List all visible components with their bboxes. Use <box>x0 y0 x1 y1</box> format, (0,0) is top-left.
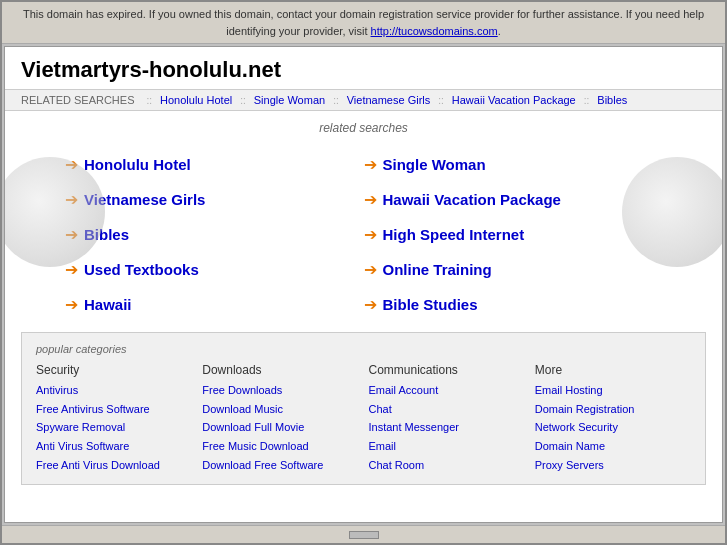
arrow-icon: ➔ <box>364 225 377 244</box>
search-item: ➔ Bibles <box>65 217 364 252</box>
main-content: related searches ➔ Honolulu Hotel ➔ Viet… <box>5 111 722 505</box>
pop-col-downloads: Downloads Free Downloads Download Music … <box>202 363 358 474</box>
search-item: ➔ Bible Studies <box>364 287 663 322</box>
pop-link-chat[interactable]: Chat <box>369 400 525 419</box>
search-item: ➔ Honolulu Hotel <box>65 147 364 182</box>
search-heading: related searches <box>5 121 722 135</box>
pop-link-spyware[interactable]: Spyware Removal <box>36 418 192 437</box>
arrow-icon: ➔ <box>65 295 78 314</box>
pop-link-proxy-servers[interactable]: Proxy Servers <box>535 456 691 475</box>
pop-link-email[interactable]: Email <box>369 437 525 456</box>
pop-link-antivirus[interactable]: Antivirus <box>36 381 192 400</box>
search-link-bible-studies[interactable]: Bible Studies <box>383 296 478 313</box>
popular-categories: popular categories Security Antivirus Fr… <box>21 332 706 485</box>
search-item: ➔ Used Textbooks <box>65 252 364 287</box>
search-link-vietnamese-girls[interactable]: Vietnamese Girls <box>84 191 205 208</box>
arrow-icon: ➔ <box>65 260 78 279</box>
tucows-link[interactable]: http://tucowsdomains.com <box>371 25 498 37</box>
search-grid: ➔ Honolulu Hotel ➔ Vietnamese Girls ➔ Bi… <box>5 147 722 322</box>
related-link-2[interactable]: Vietnamese Girls <box>347 94 431 106</box>
pop-link-instant-messenger[interactable]: Instant Messenger <box>369 418 525 437</box>
expiry-text: This domain has expired. If you owned th… <box>23 8 704 37</box>
pop-col-communications: Communications Email Account Chat Instan… <box>369 363 525 474</box>
search-item: ➔ Single Woman <box>364 147 663 182</box>
related-link-1[interactable]: Single Woman <box>254 94 325 106</box>
pop-col-title-more: More <box>535 363 691 377</box>
pop-link-domain-registration[interactable]: Domain Registration <box>535 400 691 419</box>
search-link-honolulu-hotel[interactable]: Honolulu Hotel <box>84 156 191 173</box>
related-searches-bar: RELATED SEARCHES :: Honolulu Hotel :: Si… <box>5 89 722 111</box>
pop-link-email-account[interactable]: Email Account <box>369 381 525 400</box>
pop-col-title-security: Security <box>36 363 192 377</box>
related-link-0[interactable]: Honolulu Hotel <box>160 94 232 106</box>
search-link-used-textbooks[interactable]: Used Textbooks <box>84 261 199 278</box>
content-area: Vietmartyrs-honolulu.net RELATED SEARCHE… <box>4 46 723 523</box>
related-link-4[interactable]: Bibles <box>597 94 627 106</box>
arrow-icon: ➔ <box>364 155 377 174</box>
related-label: RELATED SEARCHES <box>21 94 135 106</box>
pop-link-download-music[interactable]: Download Music <box>202 400 358 419</box>
pop-link-free-anti-virus-download[interactable]: Free Anti Virus Download <box>36 456 192 475</box>
arrow-icon: ➔ <box>364 190 377 209</box>
search-link-bibles[interactable]: Bibles <box>84 226 129 243</box>
expiry-notice: This domain has expired. If you owned th… <box>2 2 725 44</box>
search-link-hawaii-vacation[interactable]: Hawaii Vacation Package <box>383 191 561 208</box>
pop-link-free-downloads[interactable]: Free Downloads <box>202 381 358 400</box>
search-item: ➔ Hawaii <box>65 287 364 322</box>
site-title: Vietmartyrs-honolulu.net <box>5 47 722 89</box>
pop-col-title-downloads: Downloads <box>202 363 358 377</box>
scroll-indicator <box>349 531 379 539</box>
arrow-icon: ➔ <box>65 225 78 244</box>
popular-heading: popular categories <box>36 343 691 355</box>
search-link-online-training[interactable]: Online Training <box>383 261 492 278</box>
pop-link-chat-room[interactable]: Chat Room <box>369 456 525 475</box>
search-col-right: ➔ Single Woman ➔ Hawaii Vacation Package… <box>364 147 663 322</box>
search-item: ➔ Vietnamese Girls <box>65 182 364 217</box>
arrow-icon: ➔ <box>65 155 78 174</box>
search-item: ➔ Hawaii Vacation Package <box>364 182 663 217</box>
bottom-bar <box>2 525 725 543</box>
pop-link-free-antivirus[interactable]: Free Antivirus Software <box>36 400 192 419</box>
pop-link-anti-virus[interactable]: Anti Virus Software <box>36 437 192 456</box>
pop-col-more: More Email Hosting Domain Registration N… <box>535 363 691 474</box>
arrow-icon: ➔ <box>65 190 78 209</box>
pop-link-email-hosting[interactable]: Email Hosting <box>535 381 691 400</box>
pop-link-download-free-software[interactable]: Download Free Software <box>202 456 358 475</box>
search-col-left: ➔ Honolulu Hotel ➔ Vietnamese Girls ➔ Bi… <box>65 147 364 322</box>
search-item: ➔ High Speed Internet <box>364 217 663 252</box>
pop-link-download-full-movie[interactable]: Download Full Movie <box>202 418 358 437</box>
pop-link-network-security[interactable]: Network Security <box>535 418 691 437</box>
arrow-icon: ➔ <box>364 295 377 314</box>
pop-col-title-comms: Communications <box>369 363 525 377</box>
search-item: ➔ Online Training <box>364 252 663 287</box>
arrow-icon: ➔ <box>364 260 377 279</box>
pop-link-free-music-download[interactable]: Free Music Download <box>202 437 358 456</box>
pop-col-security: Security Antivirus Free Antivirus Softwa… <box>36 363 192 474</box>
search-link-high-speed-internet[interactable]: High Speed Internet <box>383 226 525 243</box>
pop-link-domain-name[interactable]: Domain Name <box>535 437 691 456</box>
related-link-3[interactable]: Hawaii Vacation Package <box>452 94 576 106</box>
browser-frame: This domain has expired. If you owned th… <box>0 0 727 545</box>
search-link-hawaii[interactable]: Hawaii <box>84 296 132 313</box>
popular-grid: Security Antivirus Free Antivirus Softwa… <box>36 363 691 474</box>
search-link-single-woman[interactable]: Single Woman <box>383 156 486 173</box>
